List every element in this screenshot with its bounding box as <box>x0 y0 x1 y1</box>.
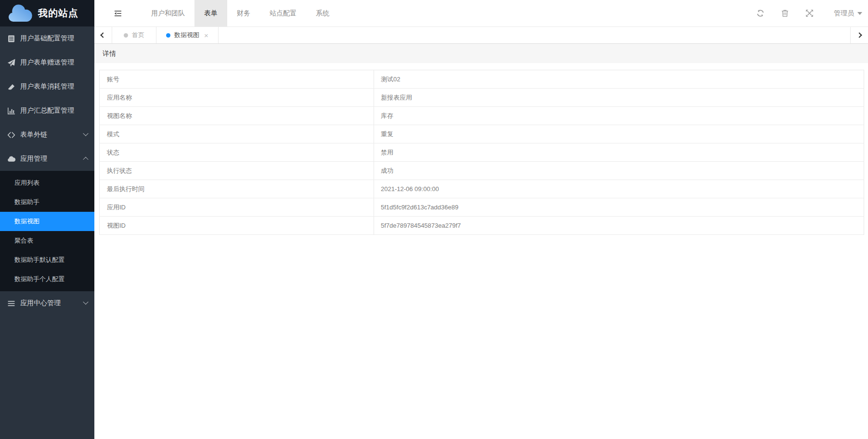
row-value: 库存 <box>374 107 864 125</box>
eraser-icon <box>7 83 15 91</box>
sidebar-item-app-list[interactable]: 应用列表 <box>0 173 94 193</box>
site-title: 我的站点 <box>38 7 78 20</box>
topnav-system[interactable]: 系统 <box>306 0 339 26</box>
sidebar-item-form-external-link[interactable]: 表单外链 <box>0 123 94 147</box>
tab-label: 首页 <box>132 31 144 39</box>
row-label: 状态 <box>100 143 374 161</box>
chevron-down-icon <box>83 299 88 305</box>
tab-label: 数据视图 <box>174 31 199 39</box>
page-title: 详情 <box>94 44 868 63</box>
sidebar-item-label: 用户表单消耗管理 <box>20 82 74 91</box>
top-navigation: 用户和团队 表单 财务 站点配置 系统 <box>142 0 339 26</box>
expand-icon[interactable] <box>805 9 814 17</box>
user-menu[interactable]: 管理员 <box>834 9 862 18</box>
close-icon[interactable]: × <box>204 32 208 39</box>
caret-down-icon <box>857 12 862 15</box>
app-management-submenu: 应用列表 数据助手 数据视图 聚合表 数据助手默认配置 数据助手个人配置 <box>0 171 94 291</box>
table-row: 执行状态 成功 <box>100 162 864 180</box>
table-row: 视图ID 5f7de789784545873ea279f7 <box>100 217 864 235</box>
tab-data-view[interactable]: 数据视图 × <box>156 27 219 43</box>
row-value: 禁用 <box>374 143 864 161</box>
sidebar-item-app-management[interactable]: 应用管理 <box>0 147 94 171</box>
sidebar-item-label: 表单外链 <box>20 130 47 139</box>
tab-home[interactable]: 首页 <box>112 27 156 43</box>
chevron-down-icon <box>83 131 88 136</box>
topnav-forms[interactable]: 表单 <box>194 0 227 26</box>
sidebar-item-user-form-gift[interactable]: 用户表单赠送管理 <box>0 51 94 75</box>
main-area: 用户和团队 表单 财务 站点配置 系统 <box>94 0 868 439</box>
topbar: 用户和团队 表单 财务 站点配置 系统 <box>94 0 868 27</box>
user-name: 管理员 <box>834 9 854 18</box>
sidebar-item-label: 用户汇总配置管理 <box>20 106 74 115</box>
sync-icon[interactable] <box>756 9 764 17</box>
tab-dot-icon <box>124 33 128 38</box>
menu-bars-icon <box>7 299 15 308</box>
tab-dot-icon <box>166 33 170 38</box>
page-tabbar: 首页 数据视图 × <box>94 27 868 44</box>
row-label: 模式 <box>100 125 374 143</box>
cloud-icon <box>7 155 15 163</box>
sidebar-item-app-center-management[interactable]: 应用中心管理 <box>0 291 94 315</box>
row-label: 应用ID <box>100 198 374 216</box>
sidebar-item-aggregate-table[interactable]: 聚合表 <box>0 231 94 250</box>
row-label: 视图名称 <box>100 107 374 125</box>
sidebar-item-data-assistant[interactable]: 数据助手 <box>0 193 94 212</box>
table-row: 应用ID 5f1d5fc9f2d613c7add36e89 <box>100 198 864 217</box>
row-value: 5f1d5fc9f2d613c7add36e89 <box>374 198 864 216</box>
row-value: 成功 <box>374 162 864 180</box>
sidebar-item-user-summary-config[interactable]: 用户汇总配置管理 <box>0 99 94 123</box>
link-icon <box>7 131 15 139</box>
table-row: 状态 禁用 <box>100 143 864 162</box>
row-label: 应用名称 <box>100 89 374 106</box>
sidebar-item-user-form-consume[interactable]: 用户表单消耗管理 <box>0 75 94 99</box>
sidebar-item-label: 应用管理 <box>20 155 47 163</box>
row-label: 账号 <box>100 70 374 88</box>
cloud-logo-icon <box>7 4 34 23</box>
sidebar-item-label: 应用中心管理 <box>20 299 61 308</box>
sidebar-item-assistant-default-config[interactable]: 数据助手默认配置 <box>0 250 94 270</box>
send-icon <box>7 59 15 67</box>
logo[interactable]: 我的站点 <box>0 0 94 26</box>
row-value: 2021-12-06 09:00:00 <box>374 180 864 198</box>
sidebar-item-user-base-config[interactable]: 用户基础配置管理 <box>0 26 94 51</box>
row-value: 新报表应用 <box>374 89 864 106</box>
sidebar-item-assistant-personal-config[interactable]: 数据助手个人配置 <box>0 270 94 289</box>
row-value: 5f7de789784545873ea279f7 <box>374 217 864 234</box>
topnav-finance[interactable]: 财务 <box>227 0 260 26</box>
sidebar: 我的站点 用户基础配置管理 用户表单赠送管理 用户表单消耗管理 <box>0 0 94 439</box>
chevron-left-icon <box>100 32 105 38</box>
row-value: 重复 <box>374 125 864 143</box>
grid-icon <box>7 35 15 43</box>
table-row: 应用名称 新报表应用 <box>100 89 864 107</box>
sidebar-item-label: 用户基础配置管理 <box>20 34 74 43</box>
bar-chart-icon <box>7 107 15 115</box>
menu-fold-icon[interactable] <box>114 10 122 17</box>
chevron-right-icon <box>856 32 862 38</box>
chevron-up-icon <box>83 157 88 162</box>
sidebar-item-data-view[interactable]: 数据视图 <box>0 212 94 231</box>
topnav-users-teams[interactable]: 用户和团队 <box>142 0 194 26</box>
table-row: 最后执行时间 2021-12-06 09:00:00 <box>100 180 864 198</box>
topbar-actions: 管理员 <box>740 0 868 26</box>
topnav-site-config[interactable]: 站点配置 <box>260 0 306 26</box>
table-row: 账号 测试02 <box>100 70 864 89</box>
trash-icon[interactable] <box>781 9 789 17</box>
tabs-scroll-left-button[interactable] <box>94 27 112 43</box>
row-label: 最后执行时间 <box>100 180 374 198</box>
table-row: 模式 重复 <box>100 125 864 143</box>
row-label: 视图ID <box>100 217 374 234</box>
tabs-scroll-right-button[interactable] <box>850 27 868 43</box>
row-label: 执行状态 <box>100 162 374 180</box>
table-row: 视图名称 库存 <box>100 107 864 125</box>
row-value: 测试02 <box>374 70 864 88</box>
sidebar-item-label: 用户表单赠送管理 <box>20 58 74 67</box>
detail-table: 账号 测试02 应用名称 新报表应用 视图名称 库存 模式 重复 状态 禁用 执… <box>99 70 864 235</box>
